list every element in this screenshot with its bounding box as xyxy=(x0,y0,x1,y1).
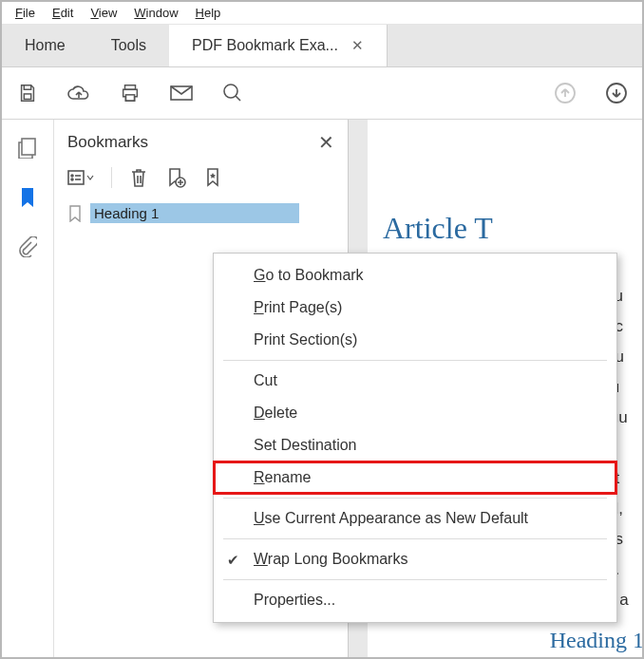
svg-rect-0 xyxy=(24,94,30,100)
ctx-print-sections[interactable]: Print Section(s) xyxy=(214,324,616,356)
svg-point-4 xyxy=(224,85,237,98)
menu-edit[interactable]: EditEdit xyxy=(45,4,81,22)
delete-bookmark-icon[interactable] xyxy=(129,167,148,188)
doc-article-title: Article T xyxy=(383,211,642,246)
zoom-icon[interactable] xyxy=(220,81,245,105)
check-icon: ✔ xyxy=(227,552,239,569)
print-icon[interactable] xyxy=(118,81,142,105)
bookmark-item-label[interactable]: Heading 1 xyxy=(90,203,299,223)
find-bookmark-icon[interactable] xyxy=(203,167,224,188)
toolbar xyxy=(2,67,642,120)
ctx-delete[interactable]: Delete xyxy=(214,397,616,429)
svg-point-10 xyxy=(71,179,73,180)
panel-close-icon[interactable]: ✕ xyxy=(318,131,334,154)
tab-document[interactable]: PDF Bookmark Exa... ✕ xyxy=(169,25,388,66)
bookmarks-list: Heading 1 xyxy=(54,201,348,223)
bookmark-item[interactable]: Heading 1 xyxy=(67,203,348,223)
mail-icon[interactable] xyxy=(169,81,194,105)
menu-window[interactable]: WindowWindow xyxy=(126,4,185,22)
menubar: FFileile EditEdit ViewView WindowWindow … xyxy=(2,2,642,25)
save-icon[interactable] xyxy=(15,81,40,105)
ctx-properties[interactable]: Properties... xyxy=(214,584,616,616)
bookmarks-icon[interactable] xyxy=(16,186,39,209)
svg-rect-8 xyxy=(68,171,84,184)
svg-rect-2 xyxy=(125,95,134,101)
ctx-goto-bookmark[interactable]: Go to Bookmark xyxy=(214,259,616,292)
tab-tools[interactable]: Tools xyxy=(88,25,169,66)
ctx-rename[interactable]: Rename xyxy=(214,461,616,494)
ctx-cut[interactable]: Cut xyxy=(214,365,616,397)
menu-help[interactable]: HelpHelp xyxy=(188,4,229,22)
ctx-print-pages[interactable]: Print Page(s) xyxy=(214,292,616,324)
attachments-icon[interactable] xyxy=(16,235,39,258)
options-menu-icon[interactable] xyxy=(67,167,94,188)
bookmarks-toolbar xyxy=(54,163,348,201)
ctx-set-destination[interactable]: Set Destination xyxy=(214,429,616,461)
bookmark-item-icon xyxy=(67,205,85,222)
svg-rect-7 xyxy=(22,139,35,155)
panel-title: Bookmarks xyxy=(67,133,148,152)
thumbnails-icon[interactable] xyxy=(16,137,39,160)
new-bookmark-icon[interactable] xyxy=(165,167,186,188)
context-menu: Go to Bookmark Print Page(s) Print Secti… xyxy=(213,253,617,623)
tab-document-label: PDF Bookmark Exa... xyxy=(192,37,338,54)
page-down-icon[interactable] xyxy=(604,81,629,105)
tab-home[interactable]: Home xyxy=(2,25,88,66)
page-up-icon xyxy=(553,81,578,105)
menu-view[interactable]: ViewView xyxy=(83,4,124,22)
tabs-row: Home Tools PDF Bookmark Exa... ✕ xyxy=(2,25,642,67)
left-rail xyxy=(2,120,54,657)
svg-point-9 xyxy=(71,175,73,177)
tab-close-icon[interactable]: ✕ xyxy=(351,37,364,54)
doc-heading-fragment: Heading 1 xyxy=(550,628,642,653)
ctx-wrap-long-bookmarks[interactable]: ✔Wrap Long Bookmarks xyxy=(214,543,616,575)
menu-file[interactable]: FFileile xyxy=(8,4,43,22)
cloud-upload-icon[interactable] xyxy=(66,81,91,105)
ctx-use-current-appearance[interactable]: Use Current Appearance as New Default xyxy=(214,502,616,535)
